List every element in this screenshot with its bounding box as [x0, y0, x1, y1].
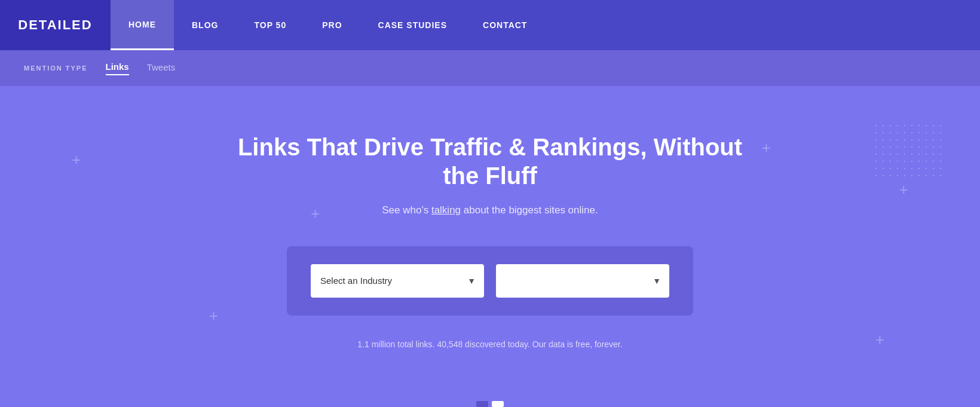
nav-link-blog[interactable]: BLOG [174, 0, 236, 50]
nav-links: HOME BLOG TOP 50 PRO CASE STUDIES CONTAC… [111, 0, 980, 50]
decoration-plus-5: + [899, 182, 908, 197]
dot-pattern-decoration [872, 122, 944, 182]
nav-link-top50[interactable]: TOP 50 [236, 0, 304, 50]
decoration-plus-6: + [875, 332, 884, 347]
brand-name: DETAILED [18, 17, 92, 33]
mention-type-bar: MENTION TYPE Links Tweets [0, 50, 980, 86]
nav-item-pro[interactable]: PRO [304, 0, 360, 50]
mention-type-label: MENTION TYPE [24, 65, 88, 72]
industry-select-wrapper: Select an Industry Technology Finance He… [311, 264, 484, 298]
tab-links[interactable]: Links [106, 62, 129, 75]
hero-subtitle-emphasis: talking [431, 204, 461, 216]
tab-tweets[interactable]: Tweets [147, 62, 176, 75]
nav-item-top50[interactable]: TOP 50 [236, 0, 304, 50]
decoration-plus-3: + [209, 308, 218, 323]
navbar: DETAILED HOME BLOG TOP 50 PRO CASE STUDI… [0, 0, 980, 50]
nav-item-case-studies[interactable]: CASE STUDIES [360, 0, 465, 50]
hero-section: + + + + + + Links That Drive Traffic & R… [0, 86, 980, 407]
industry-select[interactable]: Select an Industry Technology Finance He… [311, 264, 484, 298]
site-select-wrapper: ▼ [496, 264, 669, 298]
nav-item-home[interactable]: HOME [111, 0, 174, 50]
hero-title: Links That Drive Traffic & Rankings, Wit… [221, 133, 759, 190]
bottom-indicators [476, 401, 504, 407]
search-box: Select an Industry Technology Finance He… [287, 246, 693, 316]
nav-item-blog[interactable]: BLOG [174, 0, 236, 50]
nav-item-contact[interactable]: CONTACT [465, 0, 545, 50]
indicator-2 [492, 401, 504, 407]
nav-link-home[interactable]: HOME [111, 0, 174, 50]
hero-subtitle: See who's talking about the biggest site… [382, 204, 598, 216]
indicator-1 [476, 401, 488, 407]
nav-link-pro[interactable]: PRO [304, 0, 360, 50]
nav-link-contact[interactable]: CONTACT [465, 0, 545, 50]
site-select[interactable] [496, 264, 669, 298]
decoration-plus-2: + [311, 206, 320, 221]
decoration-plus-4: + [762, 140, 771, 155]
decoration-plus-1: + [72, 152, 81, 167]
brand-logo[interactable]: DETAILED [0, 0, 111, 50]
hero-stats: 1.1 million total links. 40,548 discover… [357, 339, 622, 349]
nav-link-case-studies[interactable]: CASE STUDIES [360, 0, 465, 50]
